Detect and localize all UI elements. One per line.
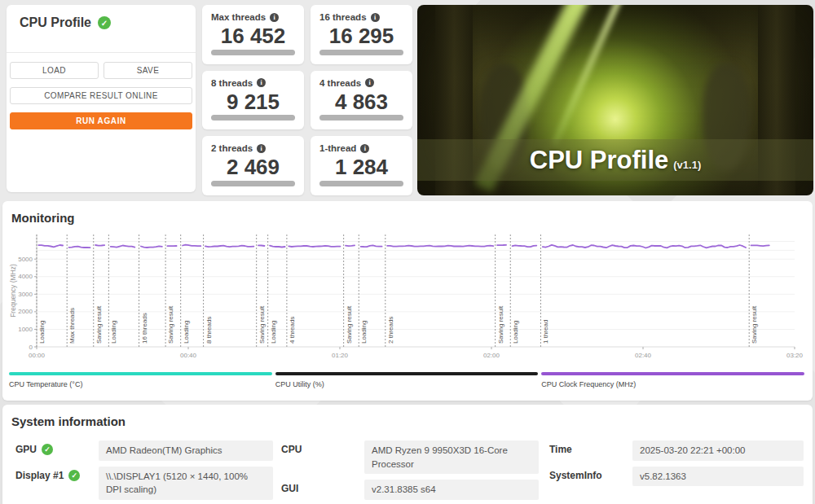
- score-label: 2 threads: [211, 143, 253, 153]
- hero-version: (v1.1): [673, 159, 701, 171]
- score-card-4-threads: 4 threadsi 4 863: [311, 71, 412, 130]
- hero-title-band: CPU Profile (v1.1): [417, 139, 813, 181]
- system-info-row-time: Time 2025-03-20 22:21 +00:00: [549, 440, 804, 461]
- svg-text:01:20: 01:20: [332, 352, 349, 359]
- score-bar: [319, 115, 403, 121]
- svg-text:Loading: Loading: [360, 321, 368, 344]
- monitoring-chart: 010002000300040005000Frequency (MHz)00:0…: [9, 230, 808, 366]
- result-panel: CPU Profile ✓ LOAD SAVE COMPARE RESULT O…: [7, 5, 196, 192]
- score-value: 2 469: [211, 155, 295, 180]
- score-bar: [319, 50, 403, 55]
- score-bar: [211, 115, 295, 121]
- time-value: 2025-03-20 22:21 +00:00: [632, 440, 804, 461]
- svg-text:5000: 5000: [18, 256, 33, 263]
- load-button[interactable]: LOAD: [10, 62, 99, 79]
- svg-text:00:00: 00:00: [29, 352, 46, 359]
- result-panel-header: CPU Profile ✓: [7, 5, 196, 38]
- svg-text:Loading: Loading: [270, 321, 277, 344]
- score-bar: [211, 50, 295, 55]
- svg-text:4 threads: 4 threads: [289, 317, 296, 344]
- legend-label: CPU Clock Frequency (MHz): [541, 380, 804, 388]
- cpu-label: CPU: [281, 444, 302, 455]
- svg-text:Loading: Loading: [110, 321, 117, 344]
- save-button[interactable]: SAVE: [104, 62, 192, 79]
- monitoring-title: Monitoring: [2, 201, 813, 225]
- svg-text:Loading: Loading: [183, 321, 190, 344]
- display-check-icon: ✓: [68, 470, 80, 481]
- svg-text:02:00: 02:00: [483, 352, 500, 359]
- legend-color-bar: [541, 372, 804, 375]
- gui-label: GUI: [281, 483, 298, 494]
- svg-text:02:40: 02:40: [635, 352, 652, 359]
- gpu-value: AMD Radeon(TM) Graphics: [99, 440, 273, 461]
- score-card-1-thread: 1-threadi 1 284: [311, 136, 412, 195]
- display-value: \\.\DISPLAY1 (5120 × 1440, 100% DPI scal…: [99, 467, 273, 500]
- compare-result-online-button[interactable]: COMPARE RESULT ONLINE: [10, 87, 192, 104]
- info-icon[interactable]: i: [257, 144, 266, 153]
- system-info-panel: System information GPU✓ AMD Radeon(TM) G…: [2, 405, 813, 504]
- display-label: Display #1: [15, 470, 64, 481]
- score-value: 4 863: [319, 90, 403, 115]
- svg-text:Saving result: Saving result: [497, 305, 504, 344]
- svg-text:1 thread: 1 thread: [542, 320, 549, 344]
- score-label: 1-thread: [319, 143, 356, 153]
- svg-text:16 threads: 16 threads: [141, 313, 148, 344]
- score-bar: [211, 181, 295, 186]
- legend-label: CPU Temperature (°C): [9, 380, 272, 388]
- run-again-button[interactable]: RUN AGAIN: [10, 112, 192, 129]
- svg-text:Saving result: Saving result: [258, 305, 266, 344]
- gpu-label: GPU: [15, 444, 37, 455]
- system-info-column: GPU✓ AMD Radeon(TM) Graphics Display #1✓…: [15, 440, 273, 504]
- score-label: Max threads: [211, 12, 266, 22]
- chart-legend: CPU Temperature (°C) CPU Utility (%) CPU…: [9, 372, 804, 388]
- system-info-row-systeminfo: SystemInfo v5.82.1363: [549, 467, 804, 487]
- system-info-column: Time 2025-03-20 22:21 +00:00 SystemInfo …: [549, 440, 804, 492]
- info-icon[interactable]: i: [270, 13, 279, 22]
- system-info-row-gpu: GPU✓ AMD Radeon(TM) Graphics: [15, 440, 273, 461]
- svg-text:2 threads: 2 threads: [387, 317, 394, 344]
- legend-label: CPU Utility (%): [275, 380, 539, 388]
- monitoring-panel: Monitoring 010002000300040005000Frequenc…: [2, 201, 813, 401]
- score-value: 16 295: [319, 24, 403, 49]
- info-icon[interactable]: i: [371, 13, 380, 22]
- svg-text:3000: 3000: [18, 291, 33, 298]
- legend-item-cpu-temperature[interactable]: CPU Temperature (°C): [9, 372, 272, 388]
- result-actions: LOAD SAVE COMPARE RESULT ONLINE RUN AGAI…: [7, 53, 196, 129]
- system-info-column: CPU AMD Ryzen 9 9950X3D 16-Core Processo…: [281, 440, 539, 504]
- legend-item-cpu-clock-frequency[interactable]: CPU Clock Frequency (MHz): [541, 372, 804, 388]
- svg-text:03:20: 03:20: [786, 352, 804, 359]
- score-card-max-threads: Max threadsi 16 452: [202, 5, 304, 64]
- system-info-row-display: Display #1✓ \\.\DISPLAY1 (5120 × 1440, 1…: [15, 467, 273, 500]
- system-info-row-gui: GUI v2.31.8385 s64: [281, 480, 539, 500]
- legend-color-bar: [275, 372, 539, 375]
- page-title: CPU Profile: [20, 15, 91, 30]
- score-value: 9 215: [211, 90, 295, 115]
- svg-text:Saving result: Saving result: [167, 305, 174, 344]
- legend-item-cpu-utility[interactable]: CPU Utility (%): [275, 372, 539, 388]
- score-label: 8 threads: [211, 78, 253, 88]
- score-label: 16 threads: [319, 12, 367, 22]
- score-bar: [319, 181, 403, 186]
- svg-text:Loading: Loading: [38, 321, 46, 344]
- score-value: 1 284: [319, 155, 403, 180]
- system-info-row-cpu: CPU AMD Ryzen 9 9950X3D 16-Core Processo…: [281, 440, 539, 474]
- score-card-2-threads: 2 threadsi 2 469: [202, 136, 304, 195]
- svg-text:Loading: Loading: [512, 321, 519, 344]
- svg-text:4000: 4000: [18, 273, 33, 280]
- svg-text:00:40: 00:40: [180, 352, 197, 359]
- svg-text:8 threads: 8 threads: [205, 317, 213, 344]
- info-icon[interactable]: i: [365, 78, 374, 87]
- svg-text:0: 0: [29, 344, 33, 351]
- systeminfo-label: SystemInfo: [549, 470, 602, 481]
- score-value: 16 452: [211, 24, 295, 49]
- valid-result-check-icon: ✓: [98, 16, 111, 29]
- svg-text:Saving result: Saving result: [95, 305, 103, 344]
- time-label: Time: [549, 444, 572, 455]
- info-icon[interactable]: i: [360, 144, 369, 153]
- info-icon[interactable]: i: [257, 78, 266, 87]
- svg-text:Frequency (MHz): Frequency (MHz): [9, 264, 17, 318]
- cpu-value: AMD Ryzen 9 9950X3D 16-Core Processor: [364, 440, 539, 474]
- hero-image: CPU Profile (v1.1): [417, 5, 813, 195]
- svg-text:Saving result: Saving result: [346, 305, 353, 344]
- gpu-check-icon: ✓: [42, 444, 53, 455]
